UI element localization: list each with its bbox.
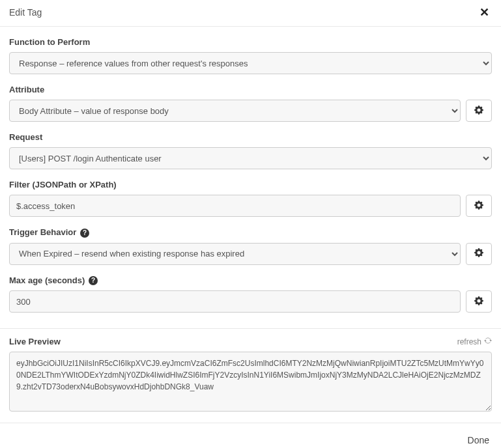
close-icon: ✕ [480,6,489,19]
refresh-button[interactable]: refresh [457,337,492,346]
function-select[interactable]: Response – reference values from other r… [9,52,492,74]
done-button[interactable]: Done [466,432,491,448]
attribute-select[interactable]: Body Attribute – value of response body [9,100,461,122]
trigger-label: Trigger Behavior ? [9,227,492,238]
maxage-settings-button[interactable] [466,290,492,313]
dialog-title: Edit Tag [9,7,42,18]
help-icon[interactable]: ? [80,229,89,238]
gear-icon [474,296,483,307]
live-preview-label: Live Preview [9,337,61,346]
filter-label: Filter (JSONPath or XPath) [9,180,492,189]
request-label: Request [9,132,492,142]
maxage-input[interactable] [9,290,461,313]
trigger-label-text: Trigger Behavior [9,227,76,237]
maxage-row: Max age (seconds) ? [9,275,492,313]
dialog-body: Function to Perform Response – reference… [0,27,501,328]
maxage-label-text: Max age (seconds) [9,275,85,285]
function-row: Function to Perform Response – reference… [9,37,492,74]
gear-icon [474,201,483,212]
maxage-label: Max age (seconds) ? [9,275,492,286]
gear-icon [474,105,483,117]
dialog-header: Edit Tag ✕ [0,0,501,27]
trigger-settings-button[interactable] [466,243,492,265]
request-row: Request [Users] POST /login Authenticate… [9,132,492,169]
live-preview-section: Live Preview refresh [0,328,501,423]
refresh-text: refresh [457,337,481,346]
live-preview-output[interactable] [9,352,492,412]
function-label: Function to Perform [9,37,492,47]
close-button[interactable]: ✕ [477,7,492,18]
filter-input[interactable] [9,195,461,217]
attribute-row: Attribute Body Attribute – value of resp… [9,85,492,122]
filter-settings-button[interactable] [466,195,492,217]
refresh-icon [484,337,492,346]
help-icon[interactable]: ? [89,276,98,285]
filter-row: Filter (JSONPath or XPath) [9,180,492,217]
attribute-settings-button[interactable] [466,100,492,122]
gear-icon [474,248,483,259]
request-select[interactable]: [Users] POST /login Authenticate user [9,147,492,169]
trigger-select[interactable]: When Expired – resend when existing resp… [9,243,461,265]
edit-tag-dialog: Edit Tag ✕ Function to Perform Response … [0,0,501,448]
dialog-footer: Done [0,423,501,448]
trigger-row: Trigger Behavior ? When Expired – resend… [9,227,492,265]
attribute-label: Attribute [9,85,492,94]
